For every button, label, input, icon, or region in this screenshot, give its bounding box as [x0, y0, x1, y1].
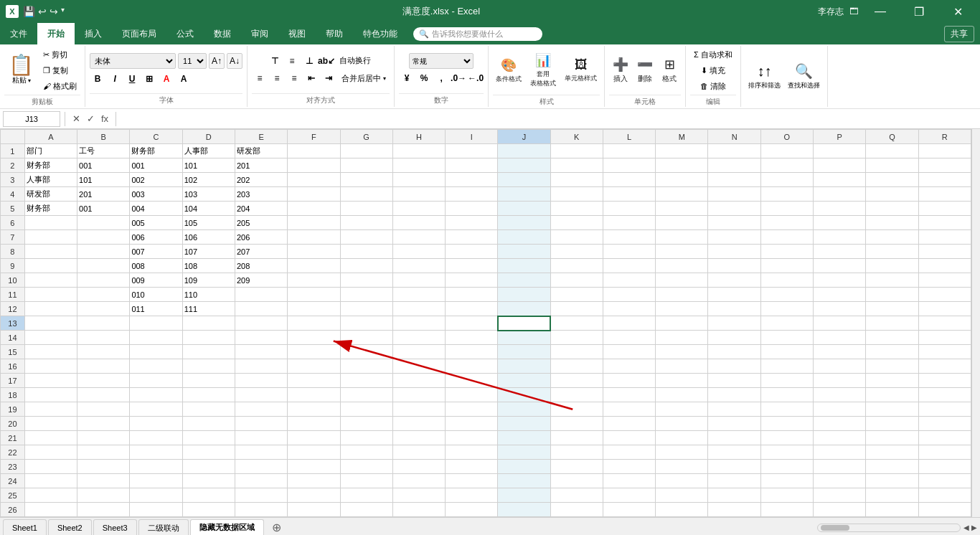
cell-M20[interactable] — [656, 417, 708, 431]
cell-B6[interactable] — [77, 216, 130, 230]
cell-B8[interactable] — [77, 245, 130, 259]
cell-L9[interactable] — [603, 259, 655, 273]
cell-I14[interactable] — [446, 331, 498, 345]
horizontal-scrollbar[interactable] — [817, 524, 961, 532]
cell-G21[interactable] — [340, 431, 392, 445]
cell-K7[interactable] — [550, 230, 603, 245]
cell-G2[interactable] — [340, 158, 392, 173]
align-center-btn[interactable]: ≡ — [269, 70, 285, 86]
cell-F4[interactable] — [288, 187, 340, 202]
cell-F11[interactable] — [288, 288, 340, 302]
cell-P6[interactable] — [814, 216, 866, 230]
cell-G22[interactable] — [340, 445, 392, 460]
cell-L23[interactable] — [603, 460, 655, 474]
cell-N8[interactable] — [708, 245, 760, 259]
cell-M7[interactable] — [656, 230, 708, 245]
cell-G23[interactable] — [340, 460, 392, 474]
cell-N18[interactable] — [708, 388, 760, 402]
cell-H2[interactable] — [392, 158, 445, 173]
insert-cells-btn[interactable]: ➕ 插入 — [609, 47, 632, 93]
cell-A22[interactable] — [24, 445, 77, 460]
cell-O25[interactable] — [760, 488, 813, 503]
cell-L20[interactable] — [603, 417, 655, 431]
cell-I20[interactable] — [446, 417, 498, 431]
cell-N21[interactable] — [708, 431, 760, 445]
cell-K9[interactable] — [550, 259, 603, 273]
cell-M5[interactable] — [656, 202, 708, 216]
cell-Q17[interactable] — [866, 374, 918, 388]
cell-J19[interactable] — [498, 402, 550, 417]
cell-L16[interactable] — [603, 359, 655, 374]
cell-F26[interactable] — [288, 503, 340, 517]
cell-K23[interactable] — [550, 460, 603, 474]
minimize-btn[interactable]: — — [864, 0, 897, 23]
cell-K16[interactable] — [550, 359, 603, 374]
cell-B11[interactable] — [77, 288, 130, 302]
cell-F13[interactable] — [288, 316, 340, 331]
sheet-tab-sheet2[interactable]: Sheet2 — [48, 519, 92, 536]
cell-R21[interactable] — [918, 431, 971, 445]
cell-H11[interactable] — [392, 288, 445, 302]
font-name-select[interactable]: 未体 — [90, 53, 176, 69]
sheet-tab-sheet3[interactable]: Sheet3 — [93, 519, 137, 536]
cell-F19[interactable] — [288, 402, 340, 417]
cell-Q26[interactable] — [866, 503, 918, 517]
paste-button[interactable]: 📋 粘贴▾ — [4, 47, 38, 93]
cell-L26[interactable] — [603, 503, 655, 517]
cell-N13[interactable] — [708, 316, 760, 331]
cell-E6[interactable]: 205 — [235, 216, 287, 230]
cell-L6[interactable] — [603, 216, 655, 230]
cell-E16[interactable] — [235, 359, 287, 374]
cell-J15[interactable] — [498, 345, 550, 359]
cell-D9[interactable]: 108 — [182, 259, 235, 273]
sheet-tab-hide-empty[interactable]: 隐藏无数据区域 — [190, 519, 264, 536]
cell-M26[interactable] — [656, 503, 708, 517]
cell-H9[interactable] — [392, 259, 445, 273]
cell-L3[interactable] — [603, 173, 655, 187]
cell-B25[interactable] — [77, 488, 130, 503]
cell-F6[interactable] — [288, 216, 340, 230]
cell-A20[interactable] — [24, 417, 77, 431]
cell-D16[interactable] — [182, 359, 235, 374]
cell-R11[interactable] — [918, 288, 971, 302]
cell-C12[interactable]: 011 — [130, 302, 182, 316]
cell-J25[interactable] — [498, 488, 550, 503]
cell-J21[interactable] — [498, 431, 550, 445]
cell-G17[interactable] — [340, 374, 392, 388]
cell-M14[interactable] — [656, 331, 708, 345]
cell-J12[interactable] — [498, 302, 550, 316]
cell-R2[interactable] — [918, 158, 971, 173]
col-header-E[interactable]: E — [235, 130, 287, 144]
undo-btn[interactable]: ↩ — [38, 6, 47, 17]
cell-O18[interactable] — [760, 388, 813, 402]
cell-F20[interactable] — [288, 417, 340, 431]
font-color-button[interactable]: A — [176, 71, 192, 87]
increase-decimal-btn[interactable]: .0→ — [451, 70, 466, 86]
cell-O10[interactable] — [760, 273, 813, 288]
cell-D5[interactable]: 104 — [182, 202, 235, 216]
cell-J17[interactable] — [498, 374, 550, 388]
cell-F18[interactable] — [288, 388, 340, 402]
cell-I5[interactable] — [446, 202, 498, 216]
cell-E21[interactable] — [235, 431, 287, 445]
thousands-btn[interactable]: , — [433, 70, 449, 86]
cell-F1[interactable] — [288, 144, 340, 158]
cell-A21[interactable] — [24, 431, 77, 445]
cell-I8[interactable] — [446, 245, 498, 259]
cell-B14[interactable] — [77, 331, 130, 345]
auto-sum-btn[interactable]: Σ 自动求和 — [690, 47, 736, 62]
cell-C4[interactable]: 003 — [130, 187, 182, 202]
cell-D26[interactable] — [182, 503, 235, 517]
cell-L22[interactable] — [603, 445, 655, 460]
cell-R20[interactable] — [918, 417, 971, 431]
cell-H15[interactable] — [392, 345, 445, 359]
cell-R4[interactable] — [918, 187, 971, 202]
cell-A4[interactable]: 研发部 — [24, 187, 77, 202]
cell-F23[interactable] — [288, 460, 340, 474]
cell-O20[interactable] — [760, 417, 813, 431]
cell-J8[interactable] — [498, 245, 550, 259]
cell-F15[interactable] — [288, 345, 340, 359]
tab-special[interactable]: 特色功能 — [353, 23, 407, 44]
cell-P3[interactable] — [814, 173, 866, 187]
cell-H7[interactable] — [392, 230, 445, 245]
